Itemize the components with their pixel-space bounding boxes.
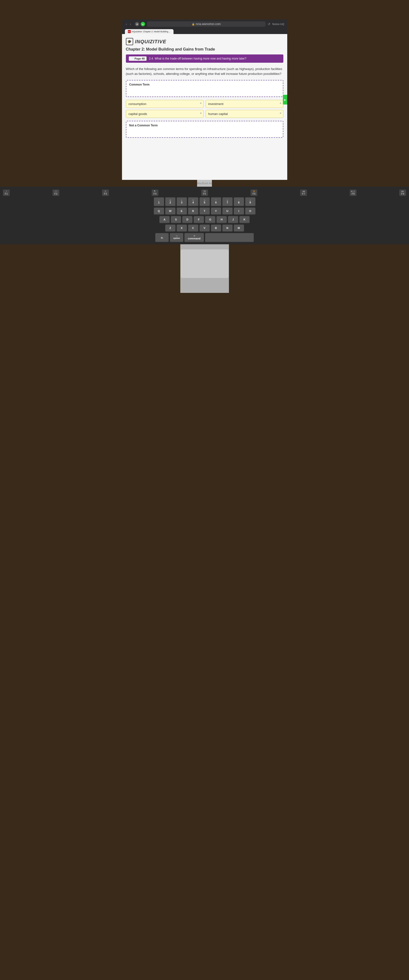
- key-u[interactable]: U: [222, 208, 232, 215]
- key-o[interactable]: O: [245, 208, 255, 215]
- green-icon: ●: [141, 22, 145, 26]
- key-g[interactable]: G: [205, 216, 215, 223]
- tab-favicon: DG: [128, 30, 131, 33]
- breadcrumb-bar: 📄 Page 49 2.4. What is the trade-off bet…: [126, 54, 283, 63]
- key-7[interactable]: &7: [222, 197, 232, 206]
- logo-text: INQUIZITIVE: [135, 39, 167, 45]
- key-r[interactable]: R: [188, 208, 198, 215]
- address-bar[interactable]: 🔒 ncia.wwnorton.com: [147, 21, 266, 27]
- number-row: !1 @2 #3 $4 %5 ^6 &7 *8 (9: [3, 197, 406, 206]
- fn-key-6[interactable]: 🔆F6: [251, 189, 257, 196]
- term-card-human-capital[interactable]: human capital +: [205, 110, 283, 118]
- term-text-capital-goods: capital goods: [129, 112, 147, 116]
- key-w[interactable]: W: [165, 208, 175, 215]
- tab-title: InQuizitive: Chapter 2: Model Building a…: [132, 30, 170, 33]
- term-card-consumption[interactable]: consumption +: [126, 100, 204, 108]
- breadcrumb-question: 2.4. What is the trade-off between havin…: [149, 57, 247, 60]
- key-8[interactable]: *8: [234, 197, 244, 206]
- shield-icon: ⊕: [135, 22, 139, 26]
- page-badge: 📄 Page 49: [129, 56, 147, 61]
- browser-nav-buttons: ‹ ›: [125, 22, 132, 27]
- plus-icon-consumption: +: [200, 101, 202, 105]
- key-t[interactable]: T: [199, 208, 210, 215]
- asdf-row: A S D F G H J K: [3, 216, 406, 223]
- back-button[interactable]: ‹: [125, 22, 128, 27]
- terms-grid: consumption + investment + capital goods…: [126, 100, 283, 118]
- not-common-term-drop-zone[interactable]: Not a Common Term: [126, 121, 283, 138]
- key-k[interactable]: K: [239, 216, 250, 223]
- bottom-row: ↑fn ⌥option ⌘command: [3, 233, 406, 242]
- active-tab[interactable]: DG InQuizitive: Chapter 2: Model Buildin…: [125, 29, 173, 34]
- term-card-capital-goods[interactable]: capital goods +: [126, 110, 204, 118]
- term-text-consumption: consumption: [129, 102, 146, 106]
- norton-badge: Norton InQ: [272, 23, 284, 25]
- fn-key-2[interactable]: ☀☀F2: [53, 189, 59, 196]
- key-space[interactable]: [205, 233, 254, 242]
- not-common-term-label: Not a Common Term: [129, 124, 280, 127]
- macbook-label: MacBook Air: [197, 180, 212, 187]
- key-i[interactable]: I: [234, 208, 244, 215]
- fn-key-8[interactable]: ▶❙❙F8: [350, 189, 356, 196]
- key-9[interactable]: (9: [245, 197, 255, 206]
- key-fn[interactable]: ↑fn: [155, 233, 169, 242]
- fn-key-9[interactable]: ▶▶F9: [399, 189, 406, 196]
- key-5[interactable]: %5: [199, 197, 210, 206]
- tab-bar: DG InQuizitive: Chapter 2: Model Buildin…: [125, 28, 284, 34]
- fn-key-4[interactable]: 🔍F4: [152, 189, 158, 196]
- question-text: Which of the following are common terms …: [126, 67, 283, 76]
- key-4[interactable]: $4: [188, 197, 198, 206]
- zxcv-row: Z X C V B N M: [3, 224, 406, 232]
- key-1[interactable]: !1: [154, 197, 164, 206]
- key-m[interactable]: M: [234, 224, 244, 232]
- key-d[interactable]: D: [182, 216, 193, 223]
- key-b[interactable]: B: [211, 224, 221, 232]
- page-badge-icon: 📄: [131, 57, 134, 60]
- plus-icon-human-capital: +: [280, 111, 282, 115]
- key-command[interactable]: ⌘command: [185, 233, 204, 242]
- key-z[interactable]: Z: [165, 224, 175, 232]
- key-n[interactable]: N: [222, 224, 232, 232]
- key-a[interactable]: A: [159, 216, 170, 223]
- key-2[interactable]: @2: [165, 197, 175, 206]
- key-3[interactable]: #3: [177, 197, 187, 206]
- fn-key-7[interactable]: ◀◀F7: [300, 189, 307, 196]
- common-term-label: Common Term: [129, 83, 280, 86]
- fn-key-1[interactable]: ☀F1: [3, 189, 10, 196]
- key-x[interactable]: X: [177, 224, 187, 232]
- page-content: 🎓 INQUIZITIVE Chapter 2: Model Building …: [122, 34, 287, 180]
- reload-button[interactable]: ↺: [267, 22, 271, 26]
- keyboard-rows: !1 @2 #3 $4 %5 ^6 &7 *8 (9 Q W E R T Y U…: [2, 197, 407, 242]
- key-option[interactable]: ⌥option: [170, 233, 183, 242]
- qwerty-row: Q W E R T Y U I O: [3, 208, 406, 215]
- key-s[interactable]: S: [171, 216, 181, 223]
- lock-icon: 🔒: [192, 23, 195, 25]
- forward-button[interactable]: ›: [129, 22, 132, 27]
- browser-toolbar: ‹ › ⊕ ● 🔒 ncia.wwnorton.com ↺ Norton InQ: [125, 21, 284, 27]
- scroll-indicator[interactable]: ▶: [283, 95, 287, 105]
- logo-icon: 🎓: [126, 38, 133, 45]
- fn-key-3[interactable]: ⊞F3: [102, 189, 109, 196]
- chapter-title: Chapter 2: Model Building and Gains from…: [126, 47, 283, 51]
- address-text: ncia.wwnorton.com: [196, 22, 221, 26]
- fn-key-row: ☀F1 ☀☀F2 ⊞F3 🔍F4 ⌨F5 🔆F6 ◀◀F7 ▶❙❙F8 ▶▶F9: [2, 189, 407, 196]
- key-6[interactable]: ^6: [211, 197, 221, 206]
- term-card-investment[interactable]: investment +: [205, 100, 283, 108]
- browser-chrome: ‹ › ⊕ ● 🔒 ncia.wwnorton.com ↺ Norton InQ: [122, 19, 287, 34]
- key-y[interactable]: Y: [211, 208, 221, 215]
- key-v[interactable]: V: [199, 224, 210, 232]
- key-e[interactable]: E: [177, 208, 187, 215]
- key-j[interactable]: J: [228, 216, 238, 223]
- logo-symbol: 🎓: [127, 40, 132, 43]
- key-h[interactable]: H: [216, 216, 227, 223]
- page-label: Page 49: [135, 57, 145, 60]
- fn-key-5[interactable]: ⌨F5: [201, 189, 208, 196]
- trackpad[interactable]: [180, 249, 229, 278]
- trackpad-area: [180, 244, 229, 293]
- keyboard: ☀F1 ☀☀F2 ⊞F3 🔍F4 ⌨F5 🔆F6 ◀◀F7 ▶❙❙F8 ▶▶F9…: [0, 187, 409, 244]
- common-term-drop-zone[interactable]: Common Term: [126, 80, 283, 97]
- browser-icons: ⊕ ●: [135, 22, 145, 26]
- key-c[interactable]: C: [188, 224, 198, 232]
- plus-icon-investment: +: [280, 101, 282, 105]
- key-q[interactable]: Q: [154, 208, 164, 215]
- key-f[interactable]: F: [194, 216, 204, 223]
